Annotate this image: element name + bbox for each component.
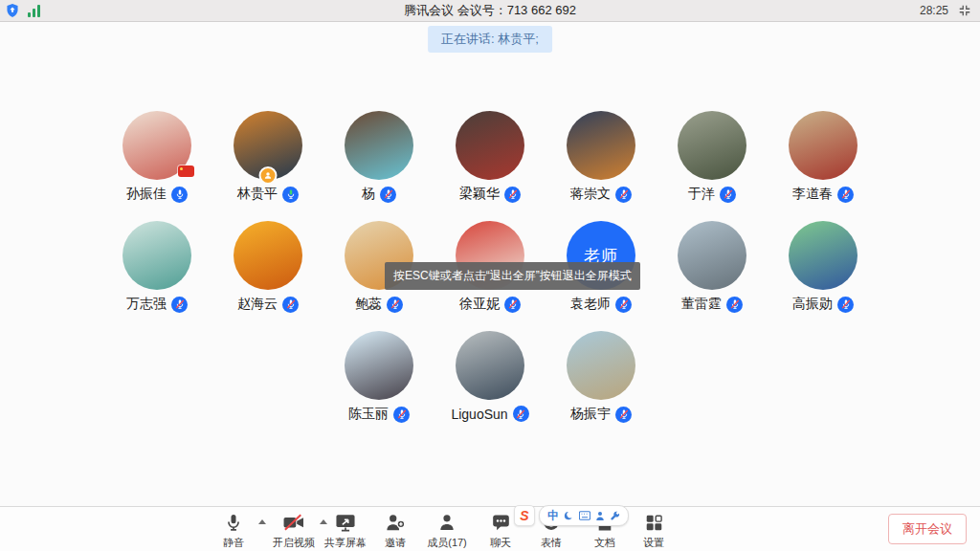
microphone-icon (224, 512, 243, 533)
participant-tile[interactable]: 李道春 (768, 111, 879, 203)
mute-button[interactable]: 静音 (199, 512, 268, 550)
mic-status-icon (615, 187, 632, 203)
host-badge (259, 166, 278, 185)
members-icon (437, 512, 457, 533)
participant-tile[interactable]: 林贵平 (212, 111, 323, 203)
mic-status-icon (393, 407, 410, 423)
participant-name: 袁老师 (570, 296, 611, 313)
participant-row-1: 孙振佳 林贵平 (0, 111, 980, 203)
keyboard-icon[interactable] (579, 511, 590, 520)
invite-label: 邀请 (385, 536, 406, 550)
camera-off-icon (282, 512, 305, 533)
sogou-logo-icon[interactable]: S (514, 505, 535, 526)
participant-name: 高振勋 (792, 296, 833, 313)
mic-status-icon (504, 187, 521, 203)
avatar (456, 111, 524, 180)
meeting-timer: 28:25 (920, 4, 948, 17)
avatar (678, 221, 746, 290)
avatar (234, 221, 302, 290)
start-video-label: 开启视频 (273, 536, 315, 550)
participant-name: 鲍蕊 (355, 296, 382, 313)
avatar (122, 221, 191, 290)
ime-toolbar[interactable]: S 中 (514, 505, 629, 526)
mic-status-icon (837, 187, 854, 203)
mic-status-icon (282, 187, 299, 203)
participant-row-3: 陈玉丽 LiguoSun (0, 331, 980, 423)
participant-nameline: 林贵平 (237, 186, 299, 203)
participant-name: 陈玉丽 (348, 406, 389, 423)
leave-meeting-button[interactable]: 离开会议 (888, 514, 967, 544)
mic-status-icon (171, 297, 188, 313)
avatar (456, 331, 524, 400)
participant-tile[interactable]: LiguoSun (434, 331, 546, 423)
flag-badge (178, 165, 194, 177)
chinese-mode-icon[interactable]: 中 (547, 510, 559, 521)
meeting-title: 腾讯会议 会议号：713 662 692 (0, 0, 980, 21)
mic-status-icon (282, 297, 299, 313)
participant-nameline: 李道春 (792, 186, 854, 203)
mic-status-icon (726, 297, 743, 313)
participant-name: 董雷霆 (681, 296, 722, 313)
participant-name: 杨振宇 (570, 406, 611, 423)
participant-tile[interactable]: 于洋 (657, 111, 768, 203)
avatar (567, 111, 635, 180)
mic-status-icon (837, 297, 854, 313)
mic-status-icon (615, 297, 632, 313)
wrench-icon[interactable] (610, 511, 620, 521)
participant-name: 梁颖华 (459, 186, 500, 203)
participant-nameline: 徐亚妮 (459, 296, 521, 313)
avatar (678, 111, 746, 180)
participant-nameline: 孙振佳 (126, 186, 188, 203)
avatar (789, 221, 858, 290)
participant-tile[interactable]: 赵海云 (212, 221, 323, 313)
participant-tile[interactable]: 董雷霆 (657, 221, 768, 313)
avatar (122, 111, 191, 180)
participant-name: 杨 (362, 186, 375, 203)
mic-status-icon (504, 297, 521, 313)
participant-tile[interactable]: 杨振宇 (546, 331, 657, 423)
participant-nameline: 袁老师 (570, 296, 632, 313)
docs-label: 文档 (594, 536, 615, 550)
participant-name: 万志强 (126, 296, 167, 313)
participant-tile[interactable]: 孙振佳 (101, 111, 212, 203)
share-screen-icon (335, 512, 356, 533)
participant-tile[interactable]: 杨 (323, 111, 434, 203)
participant-name: 赵海云 (237, 296, 278, 313)
exit-fullscreen-tooltip: 按ESC键或者点击“退出全屏”按钮退出全屏模式 (385, 262, 640, 290)
mic-status-icon (720, 187, 736, 203)
moon-icon[interactable] (564, 511, 574, 521)
participant-name: LiguoSun (451, 407, 507, 422)
mic-status-icon (387, 297, 403, 313)
participant-nameline: LiguoSun (451, 406, 528, 422)
participant-tile[interactable]: 蒋崇文 (546, 111, 657, 203)
participant-name: 于洋 (688, 186, 715, 203)
avatar (345, 111, 413, 180)
participant-tile[interactable]: 梁颖华 (434, 111, 546, 203)
participant-nameline: 董雷霆 (681, 296, 743, 313)
participant-name: 孙振佳 (126, 186, 167, 203)
mute-label: 静音 (223, 536, 244, 550)
top-bar: 腾讯会议 会议号：713 662 692 28:25 (0, 0, 980, 22)
emoji-label: 表情 (541, 536, 562, 550)
avatar (567, 331, 635, 400)
participant-tile[interactable]: 陈玉丽 (323, 331, 434, 423)
participant-nameline: 高振勋 (792, 296, 854, 313)
mic-status-icon (615, 407, 632, 423)
participant-name: 李道春 (792, 186, 833, 203)
mic-status-icon (171, 187, 188, 203)
participant-tile[interactable]: 高振勋 (768, 221, 879, 313)
members-label: 成员(17) (427, 536, 467, 550)
invite-icon (385, 512, 406, 533)
person-icon[interactable] (595, 511, 605, 521)
participant-name: 林贵平 (237, 186, 278, 203)
avatar (789, 111, 858, 180)
participant-name: 徐亚妮 (459, 296, 500, 313)
mic-status-icon (380, 187, 396, 203)
exit-fullscreen-icon[interactable] (958, 4, 971, 17)
avatar (234, 111, 302, 180)
settings-icon (645, 512, 663, 533)
participant-name: 蒋崇文 (570, 186, 611, 203)
chat-icon (491, 512, 511, 533)
settings-button[interactable]: 设置 (619, 512, 688, 550)
participant-tile[interactable]: 万志强 (101, 221, 212, 313)
